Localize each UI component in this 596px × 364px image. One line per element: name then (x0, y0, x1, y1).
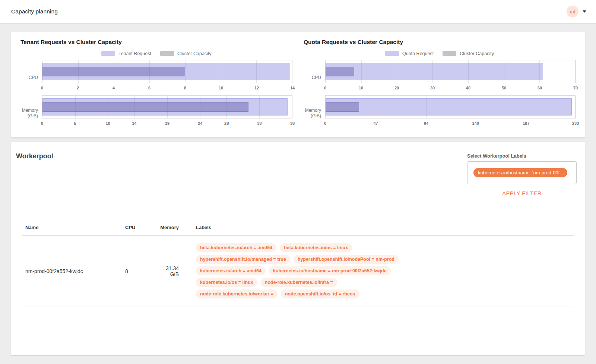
axis-tick-label: 33 (257, 121, 261, 126)
bar-plot (325, 60, 576, 83)
chart-quota-requests: Quota Requests vs Cluster CapacityQuota … (304, 38, 576, 131)
gridline (75, 96, 76, 118)
gridline (78, 60, 79, 83)
avatar[interactable]: mt (567, 6, 578, 18)
axis-tick-label: 0 (41, 86, 43, 90)
gridline (200, 96, 200, 118)
bar-row-label-line: CPU (304, 75, 321, 80)
bar-row-label-line: CPU (20, 75, 38, 80)
chart-title: Quota Requests vs Cluster Capacity (304, 39, 576, 45)
axis-tick-label: 4 (112, 86, 115, 90)
bar-row: Memory(GiB)04794140187233 (304, 95, 576, 131)
axis-tick-label: 40 (466, 86, 470, 90)
label-chip: node-role.kubernetes.io/infra = (261, 278, 337, 287)
column-header-labels: Labels (182, 219, 574, 236)
chart-tenant-requests: Tenant Requests vs Cluster CapacityTenan… (20, 38, 292, 131)
chart-title: Tenant Requests vs Cluster Capacity (20, 39, 292, 45)
cell-cpu: 8 (122, 236, 156, 307)
bar-plot-column: 0510141924283338 (42, 95, 292, 131)
label-chip: node.openshift.io/os_id = rhcos (281, 289, 359, 298)
bar-row-label-line: (GiB) (20, 113, 38, 119)
gridline (575, 96, 576, 118)
gridline (539, 60, 540, 83)
bar-plot-column: 02468101214 (42, 60, 292, 95)
legend-item[interactable]: Cluster Capacity (443, 51, 494, 56)
user-menu[interactable]: mt (567, 6, 586, 18)
legend-swatch (443, 51, 456, 56)
label-chip: beta.kubernetes.io/os = linux (280, 243, 352, 252)
workerpool-header: Workerpool Select Workerpool Labels kube… (16, 149, 580, 219)
bar-row-label: CPU (20, 60, 42, 95)
gridline (167, 96, 168, 118)
gridline (256, 60, 257, 83)
axis-tick-label: 30 (430, 86, 435, 90)
filter-label: Select Workerpool Labels (467, 153, 577, 159)
gridline (149, 60, 150, 83)
gridline (504, 60, 504, 83)
axis-tick-label: 2 (77, 86, 79, 90)
table-row: nm-prod-00f2a552-kwjdc831.34 GiBbeta.kub… (22, 236, 574, 307)
cell-name: nm-prod-00f2a552-kwjdc (22, 236, 122, 307)
chart-legend: Quota RequestCluster Capacity (304, 51, 576, 56)
capacity-charts-card: Tenant Requests vs Cluster CapacityTenan… (11, 32, 585, 137)
workerpool-title: Workerpool (16, 152, 53, 160)
axis-tick-label: 14 (132, 121, 136, 126)
gridline (476, 96, 476, 118)
workerpool-card: Workerpool Select Workerpool Labels kube… (11, 142, 585, 355)
column-header-memory: Memory (156, 219, 182, 236)
label-chip: hypershift.openshift.io/nodePool = nm-pr… (294, 255, 399, 264)
axis-tick-label: 233 (572, 121, 579, 126)
legend-item[interactable]: Cluster Capacity (160, 51, 212, 56)
apply-filter-button[interactable]: APPLY FILTER (502, 190, 542, 196)
column-header-name: Name (22, 219, 122, 236)
axis-tick-label: 24 (198, 121, 202, 126)
axis-tick-label: 5 (74, 121, 76, 126)
bar-plot-column: 04794140187233 (325, 95, 576, 131)
axis-tick-label: 0 (324, 121, 326, 126)
axis-ticks: 04794140187233 (325, 118, 576, 127)
gridline (526, 96, 526, 118)
charts-row: Tenant Requests vs Cluster CapacityTenan… (20, 38, 576, 131)
legend-item[interactable]: Tenant Request (101, 51, 151, 56)
axis-ticks: 02468101214 (42, 83, 292, 92)
selected-label-chip[interactable]: kubernetes.io/hostname: 'nm-prod-00f… (473, 168, 567, 177)
legend-item[interactable]: Quota Request (385, 51, 434, 56)
label-chip: kubernetes.io/hostname = nm-prod-00f2a55… (269, 266, 391, 275)
bar-row-label: Memory(GiB) (20, 95, 42, 131)
legend-label: Cluster Capacity (460, 51, 494, 56)
gridline (292, 96, 292, 118)
label-chip: beta.kubernetes.io/arch = amd64 (196, 243, 276, 252)
label-chip: kubernetes.io/os = linux (196, 278, 257, 287)
capacity-bar (326, 102, 359, 112)
gridline (292, 60, 292, 83)
legend-label: Tenant Request (118, 51, 151, 56)
gridline (468, 60, 469, 83)
axis-tick-label: 6 (148, 86, 150, 90)
capacity-bar (42, 102, 248, 112)
axis-tick-label: 12 (254, 86, 259, 90)
bar-row: Memory(GiB)0510141924283338 (20, 95, 292, 131)
gridline (134, 96, 135, 118)
legend-label: Quota Request (402, 51, 434, 56)
workerpool-table: NameCPUMemoryLabels nm-prod-00f2a552-kwj… (22, 219, 574, 307)
axis-tick-label: 14 (290, 86, 295, 90)
bar-plot (42, 60, 292, 83)
gridline (185, 60, 186, 83)
axis-tick-label: 187 (523, 121, 529, 126)
bar-plot-column: 010203040506070 (325, 60, 576, 95)
axis-tick-label: 140 (472, 121, 479, 126)
axis-tick-label: 47 (373, 121, 378, 126)
axis-ticks: 0510141924283338 (42, 118, 292, 127)
gridline (575, 60, 576, 83)
workerpool-labels-select[interactable]: kubernetes.io/hostname: 'nm-prod-00f… (467, 161, 577, 184)
gridline (221, 60, 221, 83)
gridline (432, 60, 433, 83)
axis-tick-label: 60 (538, 86, 542, 90)
table-header-row: NameCPUMemoryLabels (22, 219, 574, 236)
gridline (108, 96, 108, 118)
bar-row-label-line: (GiB) (304, 113, 321, 119)
legend-swatch (385, 51, 399, 56)
axis-tick-label: 20 (394, 86, 399, 90)
chevron-down-icon[interactable] (583, 10, 586, 13)
topbar: Capacity planning mt (0, 0, 596, 23)
